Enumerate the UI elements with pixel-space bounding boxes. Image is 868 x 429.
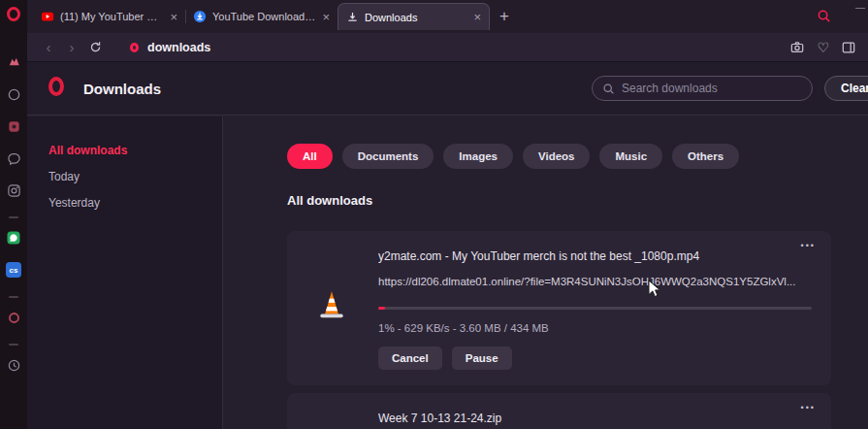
cs-app-icon[interactable]: cs: [6, 262, 21, 278]
cancel-button[interactable]: Cancel: [378, 346, 442, 370]
reload-icon[interactable]: [83, 41, 107, 53]
rail-divider: [9, 216, 18, 218]
instagram-icon[interactable]: [6, 182, 21, 198]
search-downloads-input[interactable]: [622, 82, 802, 95]
downloads-content: All Documents Images Videos Music Others…: [224, 116, 868, 429]
download-filename[interactable]: Week 7 10-13 21-24.zip: [378, 411, 812, 426]
browser-search-icon[interactable]: [817, 9, 831, 27]
progress-fill: [378, 307, 385, 310]
opera-page-icon: [130, 43, 139, 52]
gx-corner-icon[interactable]: [6, 54, 21, 70]
filter-documents[interactable]: Documents: [342, 144, 434, 169]
nav-item-all-downloads[interactable]: All downloads: [27, 138, 222, 164]
sidebar-panel-icon[interactable]: [842, 41, 855, 54]
minimize-icon[interactable]: —: [855, 2, 865, 13]
section-title: All downloads: [287, 193, 831, 208]
new-tab-button[interactable]: +: [499, 7, 509, 26]
sidebar-rail: cs: [0, 0, 27, 429]
filter-images[interactable]: Images: [443, 144, 513, 169]
download-actions: Cancel Pause: [378, 346, 812, 370]
vlc-file-icon: [316, 289, 347, 324]
clear-downloads-button[interactable]: Clear downloads: [824, 76, 868, 101]
page-title: Downloads: [83, 81, 161, 97]
youtube-icon: [41, 10, 54, 23]
downloads-side-nav: All downloads Today Yesterday: [27, 116, 223, 429]
filter-music[interactable]: Music: [599, 144, 662, 169]
opera-gx-window: cs (11) My YouTuber merch is × YouTube D…: [0, 0, 868, 429]
bookmark-heart-icon[interactable]: ♡: [817, 40, 829, 55]
close-tab-icon[interactable]: ×: [322, 11, 330, 23]
snapshot-icon[interactable]: [790, 41, 804, 54]
filter-videos[interactable]: Videos: [523, 144, 591, 169]
pinned-site-icon[interactable]: [6, 310, 21, 325]
forward-icon[interactable]: ›: [60, 39, 83, 55]
download-item: ••• Week 7 10-13 21-24.zip: [287, 393, 831, 429]
progress-bar: [378, 307, 812, 310]
rail-divider: [9, 296, 18, 298]
back-icon[interactable]: ‹: [37, 39, 60, 55]
pause-button[interactable]: Pause: [452, 346, 512, 370]
downloads-icon: [346, 11, 359, 23]
filter-pills: All Documents Images Videos Music Others: [287, 144, 831, 169]
tab-label: YouTube Downloader - Dow: [212, 11, 316, 22]
nav-item-yesterday[interactable]: Yesterday: [27, 190, 222, 216]
nav-item-today[interactable]: Today: [27, 164, 222, 190]
downloads-page-header: Downloads Clear downloads: [27, 62, 868, 116]
player-icon[interactable]: [6, 86, 21, 102]
tab-label: (11) My YouTuber merch is: [60, 11, 164, 22]
download-url[interactable]: https://dl206.dlmate01.online/?file=M3R4…: [378, 274, 812, 289]
cs-badge-label: cs: [6, 262, 21, 278]
filter-all[interactable]: All: [287, 144, 333, 169]
address-bar: ‹ › downloads ♡: [27, 33, 868, 62]
tab-bar: (11) My YouTuber merch is × YouTube Down…: [27, 0, 868, 33]
download-status: 1% - 629 KB/s - 3.60 MB / 434 MB: [378, 322, 812, 334]
filter-others[interactable]: Others: [672, 144, 739, 169]
opera-logo-icon: [48, 77, 64, 96]
opera-logo-icon[interactable]: [7, 7, 20, 21]
search-icon: [602, 82, 615, 95]
tab-youtube-video[interactable]: (11) My YouTuber merch is ×: [33, 3, 185, 30]
tab-label: Downloads: [365, 12, 467, 23]
messenger-icon[interactable]: [6, 150, 21, 166]
downloader-icon: [193, 10, 207, 23]
close-tab-icon[interactable]: ×: [473, 11, 481, 23]
item-menu-icon[interactable]: •••: [801, 241, 816, 250]
close-tab-icon[interactable]: ×: [170, 11, 177, 23]
download-filename[interactable]: y2mate.com - My YouTuber merch is not th…: [378, 248, 812, 264]
whatsapp-icon[interactable]: [6, 230, 21, 246]
tab-downloads[interactable]: Downloads ×: [338, 3, 490, 30]
history-icon[interactable]: [6, 357, 21, 373]
rail-divider: [9, 344, 18, 346]
item-menu-icon[interactable]: •••: [801, 403, 816, 412]
downloads-search-box[interactable]: [592, 76, 813, 101]
tab-youtube-downloader[interactable]: YouTube Downloader - Dow ×: [185, 3, 338, 30]
store-icon[interactable]: [6, 118, 21, 134]
url-text[interactable]: downloads: [147, 41, 210, 54]
download-item: ••• y2mate.com - My YouTuber merch is no…: [287, 231, 831, 385]
